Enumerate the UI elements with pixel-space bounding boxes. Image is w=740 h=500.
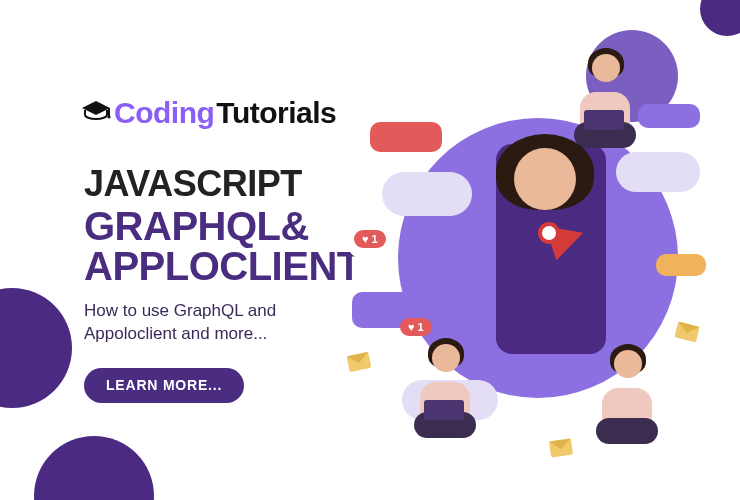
cloud-icon	[616, 152, 700, 192]
laptop-icon	[424, 400, 464, 420]
person-sitting-icon	[592, 350, 662, 440]
like-badge: ♥ 1	[354, 230, 386, 248]
speech-bubble-icon	[656, 254, 706, 276]
like-count: 1	[372, 233, 378, 245]
decor-circle	[34, 436, 154, 500]
person-sitting-icon	[410, 344, 480, 434]
hero-illustration: ♥ 1 ♥ 1	[346, 60, 726, 470]
like-count: 1	[418, 321, 424, 333]
envelope-icon	[347, 352, 372, 372]
person-head	[514, 148, 576, 210]
brand-word-1: Coding	[114, 96, 214, 130]
svg-marker-0	[82, 101, 110, 115]
subtitle-text: How to use GraphQL and Appoloclient and …	[84, 300, 354, 346]
cloud-icon	[382, 172, 472, 216]
svg-point-2	[107, 115, 110, 118]
envelope-icon	[674, 322, 699, 343]
decor-circle	[700, 0, 740, 36]
speech-bubble-icon	[638, 104, 700, 128]
graduation-cap-icon	[84, 105, 110, 123]
brand-word-2: Tutorials	[216, 96, 336, 130]
megaphone-icon	[546, 210, 600, 264]
envelope-icon	[549, 439, 573, 458]
learn-more-button[interactable]: LEARN MORE...	[84, 368, 244, 403]
laptop-icon	[584, 110, 624, 130]
speech-bubble-icon	[370, 122, 442, 152]
decor-circle	[0, 288, 72, 408]
promo-card: Coding Tutorials JAVASCRIPT GRAPHQL& APP…	[0, 0, 740, 500]
like-badge: ♥ 1	[400, 318, 432, 336]
person-sitting-icon	[570, 54, 640, 144]
